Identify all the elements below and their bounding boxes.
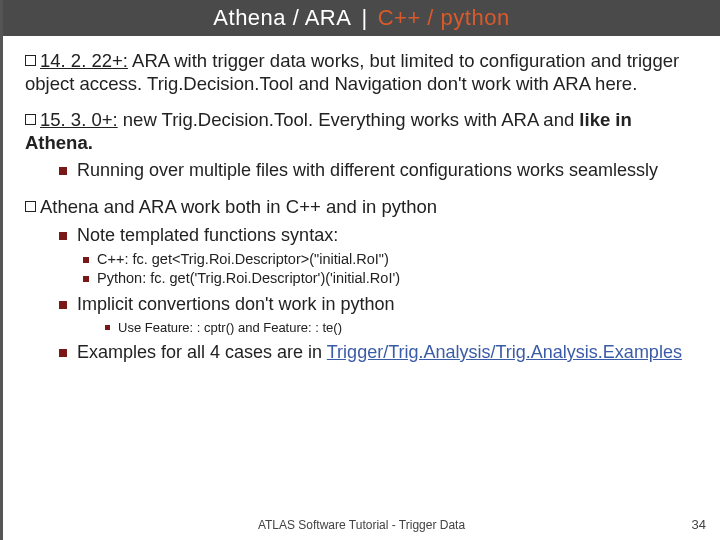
- bullet3a-text: C++: fc. get<Trig.Roi.Descriptor>("initi…: [97, 251, 389, 269]
- micro-square-icon: [105, 325, 110, 330]
- title-bar: Athena / ARA | C++ / python: [3, 0, 720, 36]
- bullet-level2: Running over multiple files with differe…: [59, 160, 698, 182]
- bullet-level2: Examples for all 4 cases are in Trigger/…: [59, 342, 698, 364]
- bullet-level1: 15. 3. 0+: new Trig.Decision.Tool. Every…: [25, 109, 698, 182]
- small-square-icon: [59, 301, 67, 309]
- square-bullet-icon: [25, 114, 36, 125]
- title-left: Athena / ARA: [213, 5, 351, 31]
- tiny-square-icon: [83, 257, 89, 263]
- bullet2a-text: Running over multiple files with differe…: [77, 160, 658, 182]
- bullet1a-prefix: 14. 2. 22+:: [40, 50, 128, 71]
- square-bullet-icon: [25, 201, 36, 212]
- bullet1b-text-pre: new Trig.Decision.Tool. Everything works…: [118, 109, 580, 130]
- bullet2b-text: Note templated functions syntax:: [77, 225, 338, 247]
- bullet1c-text: Athena and ARA work both in C++ and in p…: [40, 196, 437, 217]
- small-square-icon: [59, 232, 67, 240]
- bullet2c-text: Implicit convertions don't work in pytho…: [77, 294, 395, 316]
- bullet-level3: Python: fc. get('Trig.Roi.Descriptor')('…: [83, 270, 698, 288]
- bullet1b-prefix: 15. 3. 0+:: [40, 109, 118, 130]
- bullet-level3: C++: fc. get<Trig.Roi.Descriptor>("initi…: [83, 251, 698, 269]
- bullet4a-text: Use Feature: : cptr() and Feature: : te(…: [118, 320, 342, 336]
- bullet2d-pre: Examples for all 4 cases are in: [77, 342, 327, 362]
- bullet-level4: Use Feature: : cptr() and Feature: : te(…: [105, 320, 698, 336]
- page-number: 34: [692, 517, 706, 532]
- slide: Athena / ARA | C++ / python 14. 2. 22+: …: [0, 0, 720, 540]
- bullet-level2: Note templated functions syntax:: [59, 225, 698, 247]
- title-right: C++ / python: [378, 5, 510, 31]
- slide-content: 14. 2. 22+: ARA with trigger data works,…: [3, 36, 720, 540]
- bullet-level1: Athena and ARA work both in C++ and in p…: [25, 196, 698, 364]
- small-square-icon: [59, 349, 67, 357]
- small-square-icon: [59, 167, 67, 175]
- square-bullet-icon: [25, 55, 36, 66]
- tiny-square-icon: [83, 276, 89, 282]
- footer-text: ATLAS Software Tutorial - Trigger Data: [3, 518, 720, 532]
- bullet-level2: Implicit convertions don't work in pytho…: [59, 294, 698, 316]
- bullet-level1: 14. 2. 22+: ARA with trigger data works,…: [25, 50, 698, 95]
- examples-link[interactable]: Trigger/Trig.Analysis/Trig.Analysis.Exam…: [327, 342, 682, 362]
- bullet3b-text: Python: fc. get('Trig.Roi.Descriptor')('…: [97, 270, 400, 288]
- title-separator: |: [361, 5, 367, 31]
